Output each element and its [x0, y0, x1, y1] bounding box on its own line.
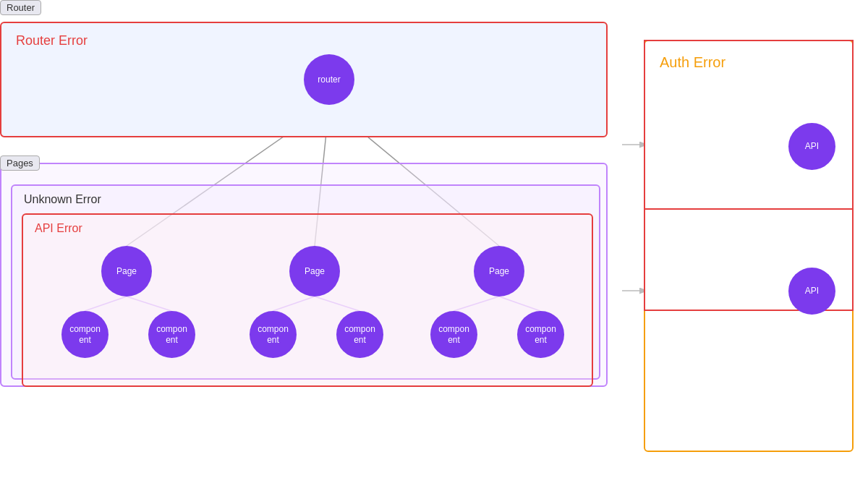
component-node-1: component: [61, 311, 109, 358]
page-node-1: Page: [101, 246, 152, 297]
api-error-label: API Error: [23, 215, 592, 242]
component-node-6: component: [517, 311, 564, 358]
api-error-box: API Error: [22, 213, 593, 387]
page-node-2: Page: [289, 246, 340, 297]
component-node-3: component: [250, 311, 297, 358]
api-node-2: API: [788, 268, 835, 315]
auth-error-panel: Auth Error: [644, 40, 854, 452]
router-node: router: [304, 54, 354, 105]
component-node-2: component: [148, 311, 195, 358]
page-node-3: Page: [474, 246, 524, 297]
unknown-error-label: Unknown Error: [12, 186, 599, 213]
pages-badge: Pages: [0, 155, 40, 171]
auth-error-label: Auth Error: [645, 41, 852, 84]
api-node-1: API: [788, 123, 835, 170]
router-badge: Router: [0, 0, 41, 15]
component-node-4: component: [336, 311, 383, 358]
router-error-label: Router Error: [1, 23, 606, 59]
component-node-5: component: [430, 311, 477, 358]
